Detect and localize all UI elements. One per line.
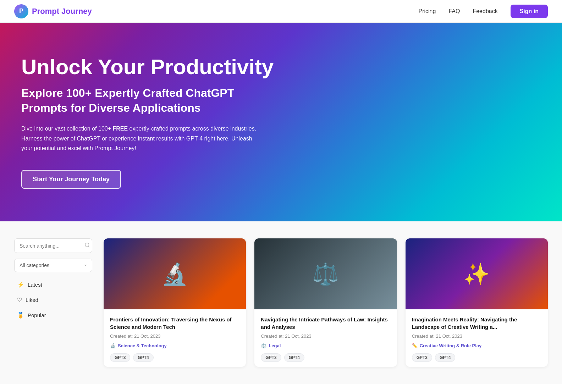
card-title-creative: Imagination Meets Reality: Navigating th… xyxy=(412,316,541,331)
hero-cta-button[interactable]: Start Your Journey Today xyxy=(21,170,121,189)
lightning-icon: ⚡ xyxy=(17,281,24,288)
category-label-science: Science & Technology xyxy=(118,343,167,348)
card-tags-legal: GPT3 GPT4 xyxy=(261,353,390,362)
card-date-legal: Created at: 21 Oct, 2023 xyxy=(261,333,390,339)
tag-gpt3-creative[interactable]: GPT3 xyxy=(412,353,432,362)
feedback-link[interactable]: Feedback xyxy=(473,8,497,15)
cards-grid: 🔬 Frontiers of Innovation: Traversing th… xyxy=(104,238,548,367)
sidebar-item-liked-label: Liked xyxy=(26,297,38,303)
card-category-legal[interactable]: ⚖️ Legal xyxy=(261,343,390,348)
sidebar-item-popular[interactable]: 🏅 Popular xyxy=(14,308,92,322)
card-tags-creative: GPT3 GPT4 xyxy=(412,353,541,362)
card-image-creative: ✨ xyxy=(406,238,548,309)
search-icon xyxy=(84,242,90,249)
card-legal: ⚖️ Navigating the Intricate Pathways of … xyxy=(254,238,397,367)
card-image-legal: ⚖️ xyxy=(254,238,397,309)
sidebar-item-liked[interactable]: ♡ Liked xyxy=(14,293,92,307)
medal-icon: 🏅 xyxy=(17,312,24,319)
svg-line-1 xyxy=(88,246,89,247)
category-select-wrapper: All categories xyxy=(14,259,92,272)
nav-links: Pricing FAQ Feedback Sign in xyxy=(418,5,548,18)
main-content: All categories ⚡ Latest ♡ Liked 🏅 Popula… xyxy=(0,221,562,384)
logo-icon: P xyxy=(14,4,28,18)
tag-gpt3-science[interactable]: GPT3 xyxy=(110,353,130,362)
card-science-tech: 🔬 Frontiers of Innovation: Traversing th… xyxy=(104,238,246,367)
logo-text: Prompt Journey xyxy=(32,7,92,16)
category-label-legal: Legal xyxy=(269,343,281,348)
card-body-legal: Navigating the Intricate Pathways of Law… xyxy=(254,309,397,367)
card-title-legal: Navigating the Intricate Pathways of Law… xyxy=(261,316,390,331)
card-tags-science: GPT3 GPT4 xyxy=(110,353,239,362)
hero-section: Unlock Your Productivity Explore 100+ Ex… xyxy=(0,23,562,221)
search-box xyxy=(14,238,92,253)
sidebar-item-latest-label: Latest xyxy=(28,282,42,288)
svg-point-0 xyxy=(85,243,89,247)
card-body-creative: Imagination Meets Reality: Navigating th… xyxy=(406,309,548,367)
card-title-science: Frontiers of Innovation: Traversing the … xyxy=(110,316,239,331)
pricing-link[interactable]: Pricing xyxy=(418,8,436,15)
card-category-creative[interactable]: ✏️ Creative Writing & Role Play xyxy=(412,343,541,348)
card-date-science: Created at: 21 Oct, 2023 xyxy=(110,333,239,339)
tag-gpt4-science[interactable]: GPT4 xyxy=(133,353,153,362)
category-select[interactable]: All categories xyxy=(14,259,92,272)
card-date-creative: Created at: 21 Oct, 2023 xyxy=(412,333,541,339)
nav-logo[interactable]: P Prompt Journey xyxy=(14,4,92,18)
tag-gpt3-legal[interactable]: GPT3 xyxy=(261,353,281,362)
card-image-science: 🔬 xyxy=(104,238,246,309)
heart-icon: ♡ xyxy=(17,297,22,303)
signin-button[interactable]: Sign in xyxy=(511,5,548,18)
card-category-science[interactable]: 🔬 Science & Technology xyxy=(110,343,239,348)
sidebar-item-popular-label: Popular xyxy=(28,312,46,318)
category-label-creative: Creative Writing & Role Play xyxy=(420,343,482,348)
hero-subtitle: Explore 100+ Expertly Crafted ChatGPT Pr… xyxy=(21,86,270,115)
sidebar: All categories ⚡ Latest ♡ Liked 🏅 Popula… xyxy=(14,238,92,367)
card-body-science: Frontiers of Innovation: Traversing the … xyxy=(104,309,246,367)
category-icon-science: 🔬 xyxy=(110,343,116,348)
category-icon-legal: ⚖️ xyxy=(261,343,266,348)
faq-link[interactable]: FAQ xyxy=(448,8,460,15)
sidebar-nav: ⚡ Latest ♡ Liked 🏅 Popular xyxy=(14,278,92,322)
hero-title: Unlock Your Productivity xyxy=(21,55,305,79)
sidebar-item-latest[interactable]: ⚡ Latest xyxy=(14,278,92,292)
navbar: P Prompt Journey Pricing FAQ Feedback Si… xyxy=(0,0,562,23)
hero-description: Dive into our vast collection of 100+ FR… xyxy=(21,124,263,153)
tag-gpt4-legal[interactable]: GPT4 xyxy=(284,353,304,362)
tag-gpt4-creative[interactable]: GPT4 xyxy=(435,353,455,362)
card-creative-writing: ✨ Imagination Meets Reality: Navigating … xyxy=(406,238,548,367)
category-icon-creative: ✏️ xyxy=(412,343,418,348)
search-input[interactable] xyxy=(20,243,82,249)
